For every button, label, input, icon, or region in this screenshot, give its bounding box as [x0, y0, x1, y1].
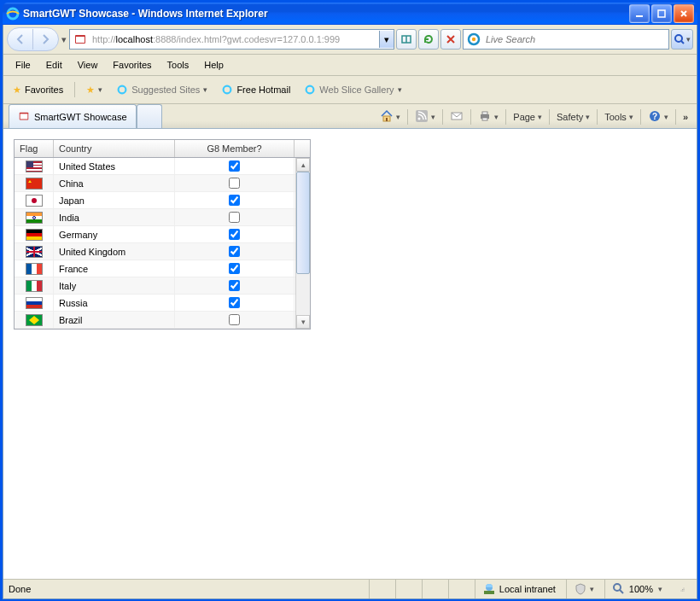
stop-button[interactable] — [440, 29, 461, 50]
add-favorite-button[interactable]: ★▾ — [82, 83, 107, 97]
command-bar: ▾ ▾ ▾ Page▾ Safety▾ Tools▾ ?▾ » — [376, 106, 691, 128]
tab-label: SmartGWT Showcase — [34, 112, 127, 122]
flag-icon — [26, 263, 43, 275]
table-row[interactable]: India — [15, 209, 310, 226]
resize-grip[interactable] — [673, 580, 691, 598]
tab-active[interactable]: SmartGWT Showcase — [9, 104, 137, 128]
svg-point-31 — [682, 589, 683, 590]
col-scroll-spacer — [295, 140, 308, 157]
menu-favorites[interactable]: Favorites — [106, 57, 158, 73]
g8-checkbox[interactable] — [229, 178, 240, 189]
status-text: Done — [9, 584, 48, 594]
table-row[interactable]: Italy — [15, 277, 310, 295]
zoom-control[interactable]: 100% ▾ — [604, 580, 669, 598]
security-zone[interactable]: Local intranet — [475, 580, 563, 598]
col-flag[interactable]: Flag — [15, 140, 54, 157]
favorites-button[interactable]: ★ Favorites — [9, 83, 67, 97]
g8-checkbox[interactable] — [229, 314, 240, 325]
overflow-button[interactable]: » — [680, 110, 691, 124]
help-button[interactable]: ?▾ — [645, 108, 672, 126]
cell-g8 — [175, 158, 295, 174]
protected-mode[interactable]: ▾ — [566, 580, 601, 598]
cell-g8 — [175, 192, 295, 208]
home-button[interactable]: ▾ — [376, 108, 404, 126]
g8-checkbox[interactable] — [229, 280, 240, 291]
suggested-sites-link[interactable]: Suggested Sites▾ — [112, 82, 212, 97]
table-row[interactable]: United Kingdom — [15, 243, 310, 260]
table-row[interactable]: China — [15, 175, 310, 192]
cell-country: United Kingdom — [54, 243, 175, 260]
svg-rect-24 — [484, 591, 494, 594]
flag-icon — [26, 297, 43, 309]
cell-country: Germany — [54, 226, 175, 242]
svg-rect-2 — [658, 10, 665, 17]
bing-icon — [466, 32, 481, 47]
compat-view-button[interactable] — [396, 29, 417, 50]
table-row[interactable]: Japan — [15, 192, 310, 209]
forward-button[interactable] — [33, 29, 57, 50]
flag-icon — [26, 280, 43, 292]
favorites-bar: ★ Favorites ★▾ Suggested Sites▾ Free Hot… — [3, 76, 697, 104]
grid-scrollbar[interactable]: ▴ ▾ — [295, 158, 310, 329]
g8-checkbox[interactable] — [229, 263, 240, 274]
window-title: SmartGWT Showcase - Windows Internet Exp… — [23, 8, 629, 20]
page-menu[interactable]: Page▾ — [510, 110, 545, 124]
printer-icon — [478, 109, 492, 125]
cell-g8 — [175, 243, 295, 260]
close-button[interactable] — [674, 4, 694, 23]
menu-file[interactable]: File — [9, 57, 38, 73]
scroll-thumb[interactable] — [296, 172, 310, 274]
g8-checkbox[interactable] — [229, 212, 240, 223]
safety-menu[interactable]: Safety▾ — [553, 110, 593, 124]
grid-body: United StatesChinaJapanIndiaGermanyUnite… — [15, 158, 310, 329]
star-add-icon: ★ — [86, 85, 95, 96]
g8-checkbox[interactable] — [229, 246, 240, 257]
scroll-up-button[interactable]: ▴ — [296, 158, 310, 172]
menu-view[interactable]: View — [71, 57, 105, 73]
page-content: Flag Country G8 Member? United StatesChi… — [3, 129, 697, 579]
col-country[interactable]: Country — [54, 140, 175, 157]
cell-country: Russia — [54, 295, 175, 311]
cell-g8 — [175, 226, 295, 242]
menu-help[interactable]: Help — [197, 57, 230, 73]
svg-point-32 — [684, 588, 685, 589]
ie-page-icon — [116, 84, 128, 96]
menu-edit[interactable]: Edit — [39, 57, 69, 73]
g8-checkbox[interactable] — [229, 195, 240, 206]
print-button[interactable]: ▾ — [475, 108, 502, 126]
scroll-down-button[interactable]: ▾ — [296, 315, 310, 329]
menu-tools[interactable]: Tools — [160, 57, 196, 73]
web-slice-link[interactable]: Web Slice Gallery▾ — [300, 82, 405, 97]
table-row[interactable]: Russia — [15, 295, 310, 312]
read-mail-button[interactable] — [446, 108, 467, 126]
tab-bar: SmartGWT Showcase ▾ ▾ ▾ Page▾ Safety▾ To… — [3, 104, 697, 129]
maximize-button[interactable] — [651, 4, 672, 23]
nav-history-dropdown[interactable]: ▾ — [61, 34, 67, 45]
new-tab-button[interactable] — [137, 104, 162, 128]
minimize-button[interactable] — [629, 4, 650, 23]
refresh-button[interactable] — [418, 29, 439, 50]
svg-point-0 — [8, 9, 18, 19]
search-button[interactable]: ▾ — [671, 29, 693, 50]
table-row[interactable]: Brazil — [15, 312, 310, 329]
home-icon — [380, 109, 394, 125]
address-dropdown[interactable]: ▾ — [379, 31, 394, 48]
cell-country: China — [54, 175, 175, 191]
country-grid: Flag Country G8 Member? United StatesChi… — [14, 139, 311, 330]
address-bar[interactable]: http://localhost:8888/index.html?gwt.cod… — [69, 29, 394, 50]
back-button[interactable] — [9, 29, 32, 50]
table-row[interactable]: France — [15, 260, 310, 277]
tools-menu[interactable]: Tools▾ — [601, 110, 637, 124]
g8-checkbox[interactable] — [229, 229, 240, 240]
titlebar: SmartGWT Showcase - Windows Internet Exp… — [3, 3, 697, 25]
table-row[interactable]: Germany — [15, 226, 310, 243]
g8-checkbox[interactable] — [229, 297, 240, 308]
free-hotmail-link[interactable]: Free Hotmail — [217, 82, 295, 97]
col-g8[interactable]: G8 Member? — [175, 140, 295, 157]
search-bar[interactable] — [463, 29, 669, 50]
g8-checkbox[interactable] — [229, 160, 240, 172]
search-input[interactable] — [484, 33, 668, 45]
table-row[interactable]: United States — [15, 158, 310, 175]
mail-icon — [450, 109, 464, 125]
feeds-button[interactable]: ▾ — [411, 108, 439, 126]
